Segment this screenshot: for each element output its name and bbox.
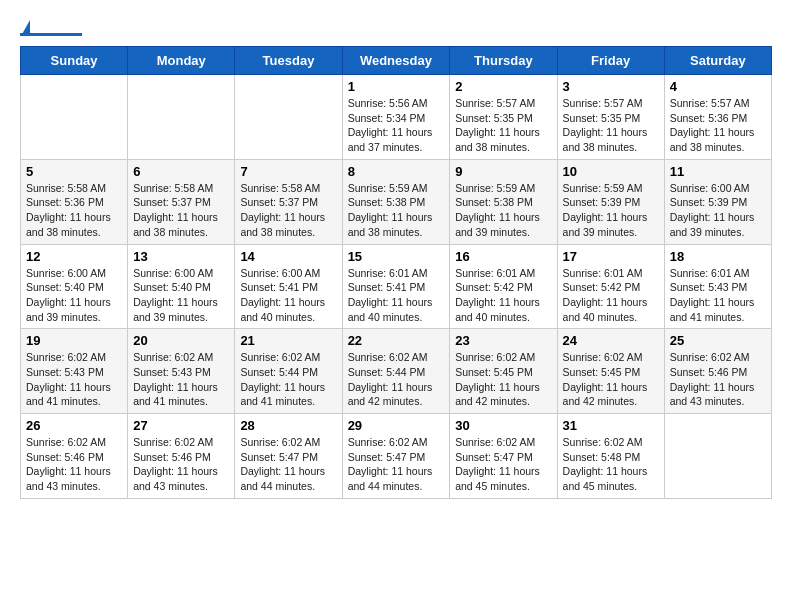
calendar-week-row: 19Sunrise: 6:02 AM Sunset: 5:43 PM Dayli… [21, 329, 772, 414]
calendar-cell [128, 75, 235, 160]
calendar-cell: 20Sunrise: 6:02 AM Sunset: 5:43 PM Dayli… [128, 329, 235, 414]
calendar-week-row: 26Sunrise: 6:02 AM Sunset: 5:46 PM Dayli… [21, 414, 772, 499]
day-info: Sunrise: 6:02 AM Sunset: 5:45 PM Dayligh… [563, 350, 659, 409]
day-info: Sunrise: 6:01 AM Sunset: 5:42 PM Dayligh… [563, 266, 659, 325]
logo-underline [20, 33, 82, 36]
day-info: Sunrise: 6:02 AM Sunset: 5:47 PM Dayligh… [348, 435, 445, 494]
day-number: 9 [455, 164, 551, 179]
calendar-cell: 2Sunrise: 5:57 AM Sunset: 5:35 PM Daylig… [450, 75, 557, 160]
day-of-week-header: Thursday [450, 47, 557, 75]
calendar-cell: 31Sunrise: 6:02 AM Sunset: 5:48 PM Dayli… [557, 414, 664, 499]
day-info: Sunrise: 6:02 AM Sunset: 5:46 PM Dayligh… [670, 350, 766, 409]
logo [20, 20, 82, 36]
day-number: 1 [348, 79, 445, 94]
calendar-cell: 10Sunrise: 5:59 AM Sunset: 5:39 PM Dayli… [557, 159, 664, 244]
calendar-cell: 17Sunrise: 6:01 AM Sunset: 5:42 PM Dayli… [557, 244, 664, 329]
day-number: 3 [563, 79, 659, 94]
day-info: Sunrise: 6:02 AM Sunset: 5:46 PM Dayligh… [133, 435, 229, 494]
day-info: Sunrise: 5:59 AM Sunset: 5:39 PM Dayligh… [563, 181, 659, 240]
day-number: 30 [455, 418, 551, 433]
calendar-week-row: 12Sunrise: 6:00 AM Sunset: 5:40 PM Dayli… [21, 244, 772, 329]
day-of-week-header: Tuesday [235, 47, 342, 75]
day-number: 27 [133, 418, 229, 433]
day-of-week-header: Friday [557, 47, 664, 75]
day-info: Sunrise: 6:02 AM Sunset: 5:47 PM Dayligh… [455, 435, 551, 494]
day-info: Sunrise: 5:57 AM Sunset: 5:35 PM Dayligh… [455, 96, 551, 155]
calendar-cell: 1Sunrise: 5:56 AM Sunset: 5:34 PM Daylig… [342, 75, 450, 160]
day-number: 24 [563, 333, 659, 348]
day-number: 19 [26, 333, 122, 348]
calendar-cell [235, 75, 342, 160]
day-number: 6 [133, 164, 229, 179]
day-info: Sunrise: 5:58 AM Sunset: 5:37 PM Dayligh… [240, 181, 336, 240]
calendar-cell: 13Sunrise: 6:00 AM Sunset: 5:40 PM Dayli… [128, 244, 235, 329]
calendar-cell: 23Sunrise: 6:02 AM Sunset: 5:45 PM Dayli… [450, 329, 557, 414]
calendar-cell: 27Sunrise: 6:02 AM Sunset: 5:46 PM Dayli… [128, 414, 235, 499]
day-number: 7 [240, 164, 336, 179]
day-number: 16 [455, 249, 551, 264]
calendar-cell: 7Sunrise: 5:58 AM Sunset: 5:37 PM Daylig… [235, 159, 342, 244]
day-info: Sunrise: 6:02 AM Sunset: 5:47 PM Dayligh… [240, 435, 336, 494]
day-number: 23 [455, 333, 551, 348]
day-number: 15 [348, 249, 445, 264]
calendar-week-row: 5Sunrise: 5:58 AM Sunset: 5:36 PM Daylig… [21, 159, 772, 244]
calendar-cell: 29Sunrise: 6:02 AM Sunset: 5:47 PM Dayli… [342, 414, 450, 499]
calendar-cell: 19Sunrise: 6:02 AM Sunset: 5:43 PM Dayli… [21, 329, 128, 414]
day-number: 22 [348, 333, 445, 348]
day-number: 25 [670, 333, 766, 348]
day-info: Sunrise: 5:59 AM Sunset: 5:38 PM Dayligh… [455, 181, 551, 240]
day-number: 8 [348, 164, 445, 179]
day-info: Sunrise: 5:57 AM Sunset: 5:36 PM Dayligh… [670, 96, 766, 155]
calendar-cell: 11Sunrise: 6:00 AM Sunset: 5:39 PM Dayli… [664, 159, 771, 244]
day-info: Sunrise: 6:00 AM Sunset: 5:40 PM Dayligh… [26, 266, 122, 325]
day-info: Sunrise: 5:58 AM Sunset: 5:37 PM Dayligh… [133, 181, 229, 240]
day-info: Sunrise: 6:02 AM Sunset: 5:46 PM Dayligh… [26, 435, 122, 494]
day-number: 14 [240, 249, 336, 264]
calendar-cell: 22Sunrise: 6:02 AM Sunset: 5:44 PM Dayli… [342, 329, 450, 414]
day-info: Sunrise: 6:01 AM Sunset: 5:41 PM Dayligh… [348, 266, 445, 325]
day-number: 26 [26, 418, 122, 433]
day-number: 4 [670, 79, 766, 94]
day-info: Sunrise: 6:01 AM Sunset: 5:42 PM Dayligh… [455, 266, 551, 325]
day-number: 13 [133, 249, 229, 264]
day-info: Sunrise: 6:00 AM Sunset: 5:39 PM Dayligh… [670, 181, 766, 240]
day-info: Sunrise: 6:00 AM Sunset: 5:40 PM Dayligh… [133, 266, 229, 325]
day-info: Sunrise: 6:02 AM Sunset: 5:48 PM Dayligh… [563, 435, 659, 494]
day-info: Sunrise: 6:02 AM Sunset: 5:44 PM Dayligh… [348, 350, 445, 409]
day-number: 2 [455, 79, 551, 94]
day-number: 11 [670, 164, 766, 179]
day-info: Sunrise: 6:01 AM Sunset: 5:43 PM Dayligh… [670, 266, 766, 325]
header [20, 20, 772, 36]
day-of-week-header: Saturday [664, 47, 771, 75]
day-info: Sunrise: 5:57 AM Sunset: 5:35 PM Dayligh… [563, 96, 659, 155]
calendar-cell: 21Sunrise: 6:02 AM Sunset: 5:44 PM Dayli… [235, 329, 342, 414]
day-info: Sunrise: 5:56 AM Sunset: 5:34 PM Dayligh… [348, 96, 445, 155]
day-number: 31 [563, 418, 659, 433]
calendar-cell: 30Sunrise: 6:02 AM Sunset: 5:47 PM Dayli… [450, 414, 557, 499]
calendar-table: SundayMondayTuesdayWednesdayThursdayFrid… [20, 46, 772, 499]
calendar-cell [21, 75, 128, 160]
calendar-cell: 9Sunrise: 5:59 AM Sunset: 5:38 PM Daylig… [450, 159, 557, 244]
calendar-cell: 18Sunrise: 6:01 AM Sunset: 5:43 PM Dayli… [664, 244, 771, 329]
day-number: 17 [563, 249, 659, 264]
day-info: Sunrise: 5:58 AM Sunset: 5:36 PM Dayligh… [26, 181, 122, 240]
day-number: 20 [133, 333, 229, 348]
calendar-header-row: SundayMondayTuesdayWednesdayThursdayFrid… [21, 47, 772, 75]
day-number: 18 [670, 249, 766, 264]
day-number: 12 [26, 249, 122, 264]
calendar-cell: 26Sunrise: 6:02 AM Sunset: 5:46 PM Dayli… [21, 414, 128, 499]
day-info: Sunrise: 6:02 AM Sunset: 5:43 PM Dayligh… [133, 350, 229, 409]
calendar-cell: 25Sunrise: 6:02 AM Sunset: 5:46 PM Dayli… [664, 329, 771, 414]
calendar-cell: 28Sunrise: 6:02 AM Sunset: 5:47 PM Dayli… [235, 414, 342, 499]
calendar-week-row: 1Sunrise: 5:56 AM Sunset: 5:34 PM Daylig… [21, 75, 772, 160]
calendar-cell: 16Sunrise: 6:01 AM Sunset: 5:42 PM Dayli… [450, 244, 557, 329]
calendar-cell: 24Sunrise: 6:02 AM Sunset: 5:45 PM Dayli… [557, 329, 664, 414]
calendar-cell: 5Sunrise: 5:58 AM Sunset: 5:36 PM Daylig… [21, 159, 128, 244]
calendar-cell: 6Sunrise: 5:58 AM Sunset: 5:37 PM Daylig… [128, 159, 235, 244]
calendar-cell: 8Sunrise: 5:59 AM Sunset: 5:38 PM Daylig… [342, 159, 450, 244]
calendar-cell: 15Sunrise: 6:01 AM Sunset: 5:41 PM Dayli… [342, 244, 450, 329]
calendar-cell: 3Sunrise: 5:57 AM Sunset: 5:35 PM Daylig… [557, 75, 664, 160]
calendar-cell [664, 414, 771, 499]
day-info: Sunrise: 6:00 AM Sunset: 5:41 PM Dayligh… [240, 266, 336, 325]
day-info: Sunrise: 6:02 AM Sunset: 5:45 PM Dayligh… [455, 350, 551, 409]
